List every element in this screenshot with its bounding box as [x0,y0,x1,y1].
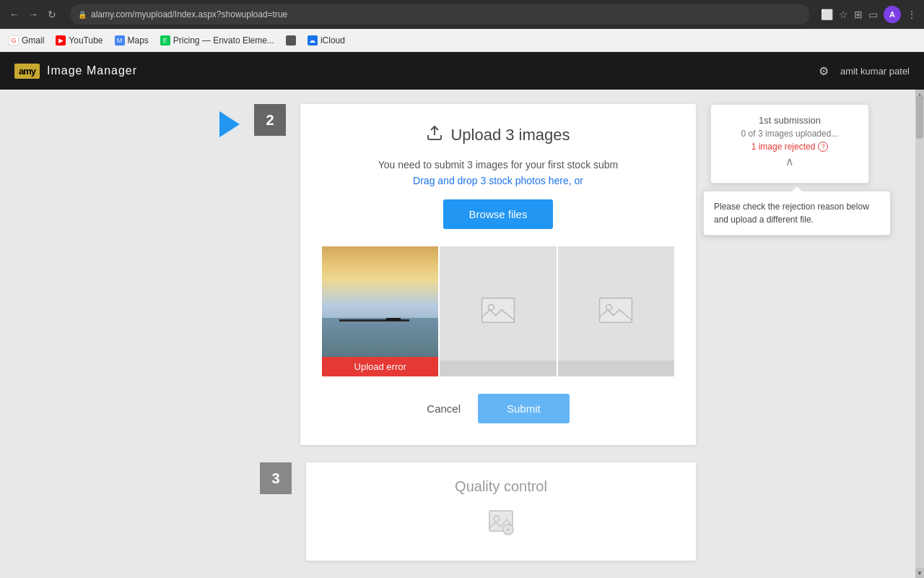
step2-number: 2 [254,104,286,136]
sidebar-icon[interactable]: ▭ [868,9,878,20]
back-button[interactable]: ← [7,7,22,22]
step2-card: 1st submission 0 of 3 images uploaded...… [300,104,696,445]
gmail-label: Gmail [22,35,44,46]
cancel-button[interactable]: Cancel [427,402,461,415]
icloud-favicon: ☁ [308,35,318,46]
info-icon[interactable]: ? [818,142,828,152]
menu-icon[interactable]: ⋮ [907,9,917,20]
pricing-label: Pricing — Envato Eleme... [173,35,274,46]
icloud-label: iCloud [321,35,345,46]
app-logo: amy Image Manager [14,64,137,79]
gmail-favicon: G [9,35,19,46]
image-slot-2 [440,246,556,376]
arrow-blue [219,111,240,137]
browse-files-button[interactable]: Browse files [443,199,554,229]
slot-bottom-bar-3 [558,361,674,376]
url-text: alamy.com/myupload/Index.aspx?showupload… [91,9,287,20]
step2-row: 2 1st submission 0 of 3 images uploaded.… [219,104,696,445]
step3-card: Quality control [306,462,696,561]
settings-icon[interactable]: ⚙ [819,64,829,78]
action-row: Cancel Submit [322,394,674,423]
lock-icon: 🔒 [78,11,87,19]
submission-title: 1st submission [723,115,857,126]
app-header: amy Image Manager ⚙ amit kumar patel [0,52,924,90]
svg-rect-1 [482,298,515,323]
image-grid: Upload error [322,246,674,376]
tooltip-text: Please check the rejection reason below … [714,202,869,225]
tab-groups-icon[interactable]: ⊞ [854,9,863,20]
rejected-text: 1 image rejected [751,142,816,152]
step3-row: 3 Quality control [219,462,696,561]
scrollbar[interactable]: ▲ ▼ [915,90,924,578]
browser-chrome: ← → ↻ 🔒 alamy.com/myupload/Index.aspx?sh… [0,0,924,29]
image-slot-1: Upload error [322,246,438,376]
photo-boat [386,318,401,321]
upload-title: Upload 3 images [450,126,570,144]
placeholder-icon-3 [598,294,633,329]
maps-label: Maps [128,35,149,46]
collapse-arrow[interactable]: ∧ [723,155,857,168]
main-scroll[interactable]: 2 1st submission 0 of 3 images uploaded.… [0,90,915,578]
quality-icon [328,506,674,545]
forward-button[interactable]: → [26,7,40,22]
profile-circle[interactable]: A [884,6,901,23]
step2-arrow [219,111,240,137]
submit-button[interactable]: Submit [478,394,570,423]
apple-favicon [286,35,296,46]
bookmark-gmail[interactable]: G Gmail [9,35,44,46]
scrollbar-thumb[interactable] [916,95,923,139]
maps-favicon: M [115,35,125,46]
app-title: Image Manager [47,64,137,77]
extensions-icon[interactable]: ⬜ [821,9,833,20]
browser-actions: ⬜ ☆ ⊞ ▭ A ⋮ [821,6,917,23]
placeholder-icon-2 [481,294,515,329]
submission-panel: 1st submission 0 of 3 images uploaded...… [710,104,869,184]
star-icon[interactable]: ☆ [839,9,848,20]
submission-rejected: 1 image rejected ? [723,142,857,152]
bookmark-pricing[interactable]: E Pricing — Envato Eleme... [160,35,274,46]
image-slot-3 [558,246,674,376]
bookmark-apple[interactable] [286,35,296,46]
pricing-favicon: E [160,35,170,46]
bookmark-youtube[interactable]: ▶ YouTube [56,35,103,46]
upload-description: You need to submit 3 images for your fir… [322,159,674,171]
address-bar[interactable]: 🔒 alamy.com/myupload/Index.aspx?showuplo… [71,4,809,25]
step-container: 2 1st submission 0 of 3 images uploaded.… [205,104,710,561]
reload-button[interactable]: ↻ [45,7,59,22]
svg-rect-3 [600,298,632,323]
bookmark-icloud[interactable]: ☁ iCloud [308,35,345,46]
upload-header: Upload 3 images [322,124,674,146]
upload-icon [426,124,443,146]
user-name: amit kumar patel [840,66,910,77]
bookmarks-bar: G Gmail ▶ YouTube M Maps E Pricing — Env… [0,29,924,52]
logo-mark: amy [14,64,40,79]
tooltip-popup: Please check the rejection reason below … [703,191,891,236]
bookmark-maps[interactable]: M Maps [115,35,149,46]
youtube-favicon: ▶ [56,35,66,46]
page-content: 2 1st submission 0 of 3 images uploaded.… [0,90,924,578]
quality-title: Quality control [328,478,674,495]
drag-drop-text: Drag and drop 3 stock photos here, or [322,175,674,186]
submission-count: 0 of 3 images uploaded... [723,129,857,139]
youtube-label: YouTube [69,35,103,46]
step3-number: 3 [260,462,292,494]
slot-bottom-bar-2 [440,361,556,376]
header-right: ⚙ amit kumar patel [819,64,910,78]
nav-controls[interactable]: ← → ↻ [7,7,59,22]
scrollbar-down[interactable]: ▼ [915,568,924,578]
upload-error-bar: Upload error [322,357,438,376]
